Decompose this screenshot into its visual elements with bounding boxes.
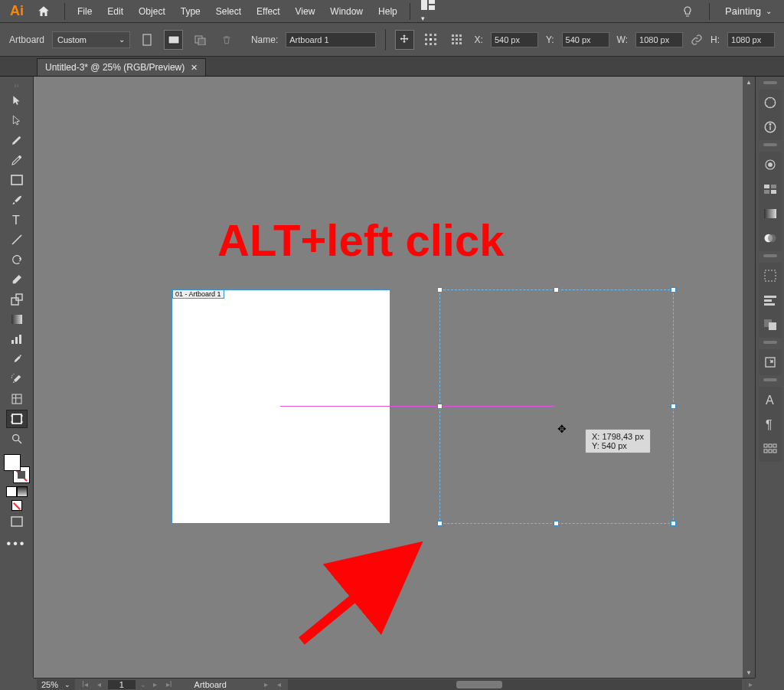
panel-drag-handle[interactable] [763,341,777,344]
w-input[interactable] [635,32,683,47]
orientation-portrait-button[interactable] [138,30,156,50]
x-input[interactable] [491,32,538,47]
prev-artboard-button[interactable]: ◂ [95,680,103,688]
transparency-panel-icon[interactable] [760,228,780,248]
zoom-tool[interactable] [6,430,28,448]
align-panel-icon[interactable] [760,290,780,310]
tooltip-x: X: 1798,43 px [592,432,644,441]
svg-rect-74 [769,450,772,453]
menu-type[interactable]: Type [173,3,208,20]
scroll-left-button[interactable]: ◂ [275,680,283,688]
menu-select[interactable]: Select [208,3,249,20]
workspace-switcher[interactable]: Painting ⌄ [725,5,772,17]
rectangle-tool[interactable] [6,171,28,189]
resize-handle[interactable] [671,287,676,293]
info-panel-icon[interactable] [760,117,780,137]
arrange-docs-icon[interactable]: ▾ [415,0,441,24]
horizontal-scrollbar[interactable] [288,679,742,690]
chevron-down-icon[interactable]: ⌄ [140,681,146,688]
screen-mode-button[interactable] [6,512,28,531]
move-with-artboard-button[interactable] [395,30,413,50]
first-artboard-button[interactable]: І◂ [80,680,90,688]
glyphs-panel-icon[interactable] [760,439,780,459]
selection-tool[interactable] [6,91,28,110]
gradient-panel-icon[interactable] [760,204,780,224]
artboard-tool[interactable] [6,410,28,428]
link-wh-icon[interactable] [691,34,703,46]
scroll-up-icon[interactable]: ▲ [743,77,755,87]
fill-stroke-swatch[interactable] [4,454,30,483]
scale-tool[interactable] [6,290,28,309]
panel-drag-handle[interactable] [763,378,777,381]
resize-handle[interactable] [554,521,559,526]
type-tool[interactable]: T [6,211,28,229]
statusbar-menu-button[interactable]: ▸ [262,680,270,688]
menu-help[interactable]: Help [371,3,405,20]
resize-handle[interactable] [437,521,443,526]
column-graph-tool[interactable] [6,330,28,348]
h-input[interactable] [727,32,775,47]
color-mode-gradient[interactable] [17,486,28,497]
color-panel-icon[interactable] [760,155,780,175]
menu-window[interactable]: Window [322,3,371,20]
svg-line-45 [18,440,21,443]
vertical-scrollbar[interactable]: ▲ ▼ [743,77,755,678]
canvas[interactable]: 01 - Artboard 1 ✥ X: 1798,43 px Y: 540 p… [34,77,755,678]
properties-panel-icon[interactable] [760,93,780,113]
resize-handle[interactable] [671,404,676,409]
menu-effect[interactable]: Effect [249,3,287,20]
lightbulb-icon[interactable] [681,5,694,18]
reference-point-button[interactable] [422,30,440,50]
edit-toolbar-button[interactable]: ••• [7,537,27,551]
scroll-down-icon[interactable]: ▼ [743,667,755,678]
y-input[interactable] [562,32,609,47]
resize-handle[interactable] [671,521,676,526]
character-panel-icon[interactable]: A [760,390,780,410]
paintbrush-tool[interactable] [6,191,28,209]
eyedropper-tool[interactable] [6,350,28,368]
pen-tool[interactable] [6,131,28,149]
document-tab[interactable]: Untitled-3* @ 25% (RGB/Preview) ✕ [37,58,206,76]
zoom-select[interactable]: 25% ⌄ [37,679,75,690]
direct-selection-tool[interactable] [6,111,28,129]
menu-view[interactable]: View [288,3,323,20]
pathfinder-panel-icon[interactable] [760,315,780,335]
gradient-tool[interactable] [6,310,28,329]
artboard-number-input[interactable]: 1 [108,680,136,689]
artboard-copy-outline[interactable] [439,289,674,524]
transform-panel-icon[interactable] [760,266,780,286]
panel-drag-handle[interactable] [763,254,777,257]
panel-drag-handle[interactable] [763,143,777,146]
slice-tool[interactable] [6,390,28,408]
scroll-right-button[interactable]: ▸ [746,680,755,688]
export-panel-icon[interactable] [760,352,780,372]
curvature-tool[interactable] [6,151,28,169]
new-artboard-button[interactable] [191,30,209,50]
close-tab-icon[interactable]: ✕ [191,63,198,73]
color-mode-none[interactable] [11,500,22,511]
color-mode-fill[interactable] [6,486,17,497]
orientation-landscape-button[interactable] [164,30,182,50]
symbol-sprayer-tool[interactable] [6,370,28,388]
resize-handle[interactable] [437,287,443,293]
artboard-options-button[interactable] [448,30,466,50]
line-tool[interactable] [6,231,28,249]
menu-file[interactable]: File [70,3,100,20]
panel-drag-handle[interactable] [763,81,777,84]
svg-rect-38 [12,394,21,404]
artboard-name-input[interactable] [286,32,376,47]
resize-handle[interactable] [554,287,559,293]
swatches-panel-icon[interactable] [760,179,780,199]
resize-handle[interactable] [437,404,443,409]
menu-object[interactable]: Object [131,3,173,20]
next-artboard-button[interactable]: ▸ [151,680,159,688]
delete-artboard-button[interactable] [217,30,235,50]
paragraph-panel-icon[interactable]: ¶ [760,414,780,434]
artboard-1[interactable]: 01 - Artboard 1 [172,289,390,524]
artboard-preset-select[interactable]: Custom ⌄ [52,31,130,48]
home-icon[interactable] [37,5,51,18]
menu-edit[interactable]: Edit [100,3,131,20]
eraser-tool[interactable] [6,270,28,289]
rotate-tool[interactable] [6,250,28,269]
last-artboard-button[interactable]: ▸І [164,680,175,688]
